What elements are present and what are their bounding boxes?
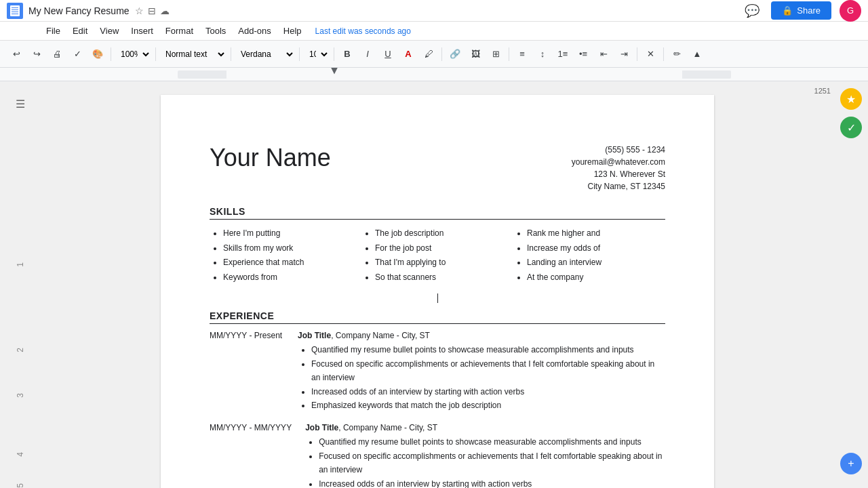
exp-bullet: Increased odds of an interview by starti… <box>311 385 665 399</box>
skills-col-2: The job description For the job post Tha… <box>361 226 513 285</box>
undo-button[interactable]: ↩ <box>7 45 26 64</box>
toolbar-separator-8 <box>637 47 637 61</box>
toolbar-separator-3 <box>231 47 231 61</box>
experience-entry-1: MM/YYYY - Present Job Title, Company Nam… <box>210 331 665 412</box>
italic-button[interactable]: I <box>358 45 377 64</box>
page-scroll[interactable]: Your Name (555) 555 - 1234 youremail@wha… <box>41 81 834 488</box>
right-sidebar: 1251 ★ ✓ + <box>834 81 868 488</box>
increase-indent-button[interactable]: ⇥ <box>614 45 633 64</box>
skill-item: The job description <box>375 226 513 241</box>
folder-icon[interactable]: ⊟ <box>148 5 156 16</box>
name-contact-section: Your Name (555) 555 - 1234 youremail@wha… <box>210 144 665 192</box>
page-count: 1251 <box>814 87 831 95</box>
text-cursor <box>437 293 438 303</box>
toolbar-expand-button[interactable]: ▲ <box>688 45 707 64</box>
font-select[interactable]: Verdana <box>235 45 296 63</box>
comments-icon[interactable]: 💬 <box>741 0 763 22</box>
highlight-button[interactable]: 🖊 <box>419 45 438 64</box>
toolbar-separator-9 <box>663 47 664 61</box>
menu-help[interactable]: Help <box>278 24 307 38</box>
cloud-icon[interactable]: ☁ <box>160 5 170 16</box>
editing-mode-button[interactable]: ✏ <box>667 45 686 64</box>
contact-info[interactable]: (555) 555 - 1234 youremail@whatever.com … <box>572 144 665 192</box>
print-button[interactable]: 🖨 <box>47 45 66 64</box>
share-button[interactable]: 🔒 Share <box>771 1 831 20</box>
skill-item: Skills from my work <box>223 241 361 256</box>
image-button[interactable]: 🖼 <box>466 45 485 64</box>
skill-item: At the company <box>527 270 665 285</box>
exp-bullet: Focused on specific accomplishments or a… <box>311 357 665 385</box>
email-address: youremail@whatever.com <box>572 156 665 168</box>
text-color-button[interactable]: A <box>399 45 418 64</box>
skill-item: Keywords from <box>223 270 361 285</box>
skill-item: Rank me higher and <box>527 226 665 241</box>
menu-view[interactable]: View <box>94 24 124 38</box>
check-icon[interactable]: ✓ <box>840 117 862 138</box>
header-right: 💬 🔒 Share G <box>741 0 861 22</box>
exp-bullet: Focused on specific accomplishments or a… <box>319 449 665 477</box>
numbered-list-button[interactable]: 1≡ <box>553 45 572 64</box>
menu-bar: File Edit View Insert Format Tools Add-o… <box>0 22 868 41</box>
exp-content-2: Job Title, Company Name - City, ST Quant… <box>305 423 665 488</box>
exp-bullet: Emphasized keywords that match the job d… <box>311 399 665 412</box>
page-number-1: 1 <box>16 262 25 267</box>
experience-section: EXPERIENCE MM/YYYY - Present Job Title, … <box>210 310 665 488</box>
bold-button[interactable]: B <box>338 45 357 64</box>
page-number-3: 3 <box>16 393 25 398</box>
left-sidebar: ☰ 1 2 3 4 5 <box>0 81 41 488</box>
redo-button[interactable]: ↪ <box>27 45 46 64</box>
align-button[interactable]: ≡ <box>513 45 532 64</box>
paint-format-button[interactable]: 🎨 <box>88 45 107 64</box>
experience-title: EXPERIENCE <box>210 310 665 324</box>
exp-content-1: Job Title, Company Name - City, ST Quant… <box>298 331 665 412</box>
decrease-indent-button[interactable]: ⇤ <box>594 45 613 64</box>
zoom-select[interactable]: 100% <box>115 45 152 63</box>
page-number-2: 2 <box>16 348 25 352</box>
page-number-4: 4 <box>16 452 25 457</box>
skills-section: SKILLS Here I'm putting Skills from my w… <box>210 206 665 285</box>
spellcheck-button[interactable]: ✓ <box>68 45 87 64</box>
title-bar: My New Fancy Resume ☆ ⊟ ☁ 💬 🔒 Share G <box>0 0 868 22</box>
skills-grid: Here I'm putting Skills from my work Exp… <box>210 226 665 285</box>
exp-title-2: Job Title, Company Name - City, ST <box>305 423 665 432</box>
menu-format[interactable]: Format <box>160 24 199 38</box>
menu-edit[interactable]: Edit <box>67 24 93 38</box>
editor-area: ☰ 1 2 3 4 5 Your Name (555) 555 - 1234 y… <box>0 81 868 488</box>
title-actions: ☆ ⊟ ☁ <box>135 5 170 16</box>
table-button[interactable]: ⊞ <box>486 45 505 64</box>
phone-number: (555) 555 - 1234 <box>572 144 665 156</box>
skills-col-3: Rank me higher and Increase my odds of L… <box>513 226 665 285</box>
user-avatar[interactable]: G <box>840 0 861 22</box>
document-name[interactable]: Your Name <box>210 144 331 172</box>
bulleted-list-button[interactable]: •≡ <box>574 45 593 64</box>
menu-addons[interactable]: Add-ons <box>233 24 276 38</box>
last-edit-status[interactable]: Last edit was seconds ago <box>315 26 411 36</box>
skill-item: Increase my odds of <box>527 241 665 256</box>
toolbar-separator-5 <box>334 47 334 61</box>
menu-file[interactable]: File <box>41 24 66 38</box>
exp-dates-2: MM/YYYY - MM/YYYY <box>210 423 292 488</box>
street-address: 123 N. Wherever St <box>572 168 665 180</box>
line-spacing-button[interactable]: ↕ <box>533 45 552 64</box>
toolbar: ↩ ↪ 🖨 ✓ 🎨 100% Normal text Verdana 10 B … <box>0 41 868 68</box>
explore-icon[interactable]: ★ <box>840 88 862 110</box>
scroll-down-icon[interactable]: + <box>840 453 862 474</box>
link-button[interactable]: 🔗 <box>446 45 465 64</box>
font-size-select[interactable]: 10 <box>303 45 330 63</box>
exp-bullet: Quantified my resume bullet points to sh… <box>319 435 665 449</box>
menu-tools[interactable]: Tools <box>200 24 231 38</box>
clear-format-button[interactable]: ✕ <box>641 45 660 64</box>
menu-insert[interactable]: Insert <box>125 24 159 38</box>
document-page[interactable]: Your Name (555) 555 - 1234 youremail@wha… <box>161 95 714 488</box>
document-title[interactable]: My New Fancy Resume <box>28 5 130 16</box>
toolbar-separator-4 <box>299 47 300 61</box>
underline-button[interactable]: U <box>378 45 397 64</box>
outline-icon[interactable]: ☰ <box>9 95 31 113</box>
style-select[interactable]: Normal text <box>159 45 227 63</box>
exp-title-1: Job Title, Company Name - City, ST <box>298 331 665 340</box>
skill-item: Landing an interview <box>527 256 665 270</box>
skill-item: For the job post <box>375 241 513 256</box>
page-number-5: 5 <box>16 483 25 488</box>
toolbar-separator-6 <box>441 47 442 61</box>
star-icon[interactable]: ☆ <box>135 5 144 16</box>
